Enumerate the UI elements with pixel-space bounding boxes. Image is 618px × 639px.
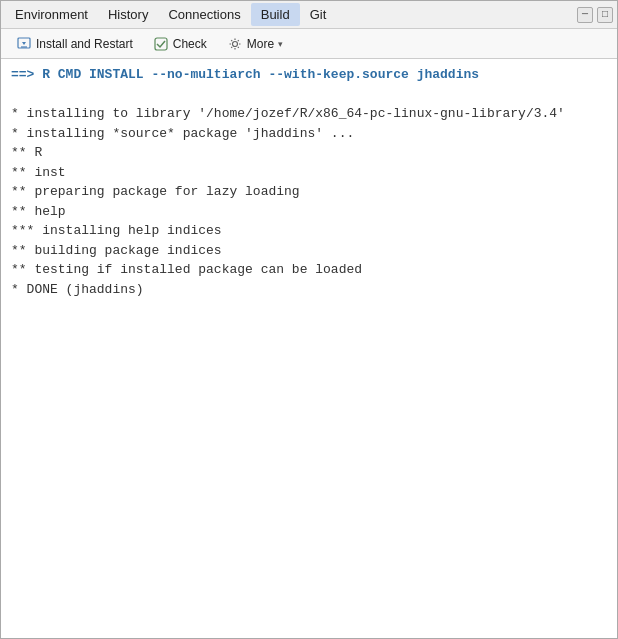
more-button[interactable]: More ▾ <box>218 32 292 56</box>
console-line-3: ** R <box>11 143 607 163</box>
more-dropdown-arrow: ▾ <box>278 39 283 49</box>
menu-connections[interactable]: Connections <box>158 3 250 26</box>
console-output: ==> R CMD INSTALL --no-multiarch --with-… <box>1 59 617 639</box>
more-label: More <box>247 37 274 51</box>
svg-rect-3 <box>155 38 167 50</box>
menu-build[interactable]: Build <box>251 3 300 26</box>
minimize-button[interactable]: ─ <box>577 7 593 23</box>
console-line-5: ** preparing package for lazy loading <box>11 182 607 202</box>
install-restart-button[interactable]: Install and Restart <box>7 32 142 56</box>
console-line-2: * installing *source* package 'jhaddins'… <box>11 124 607 144</box>
console-line-7: *** installing help indices <box>11 221 607 241</box>
toolbar: Install and Restart Check More ▾ <box>1 29 617 59</box>
gear-icon <box>227 36 243 52</box>
install-restart-label: Install and Restart <box>36 37 133 51</box>
menu-environment[interactable]: Environment <box>5 3 98 26</box>
maximize-button[interactable]: □ <box>597 7 613 23</box>
console-line-6: ** help <box>11 202 607 222</box>
console-line-4: ** inst <box>11 163 607 183</box>
check-icon <box>153 36 169 52</box>
console-line-1: * installing to library '/home/jozef/R/x… <box>11 104 607 124</box>
console-line-cmd: ==> R CMD INSTALL --no-multiarch --with-… <box>11 65 607 85</box>
menu-history[interactable]: History <box>98 3 158 26</box>
console-line-blank <box>11 85 607 105</box>
svg-point-4 <box>232 41 237 46</box>
install-icon <box>16 36 32 52</box>
console-line-9: ** testing if installed package can be l… <box>11 260 607 280</box>
console-line-8: ** building package indices <box>11 241 607 261</box>
console-line-10: * DONE (jhaddins) <box>11 280 607 300</box>
menubar: Environment History Connections Build Gi… <box>1 1 617 29</box>
window-controls: ─ □ <box>577 7 613 23</box>
svg-marker-1 <box>22 42 26 45</box>
check-label: Check <box>173 37 207 51</box>
menu-git[interactable]: Git <box>300 3 337 26</box>
check-button[interactable]: Check <box>144 32 216 56</box>
